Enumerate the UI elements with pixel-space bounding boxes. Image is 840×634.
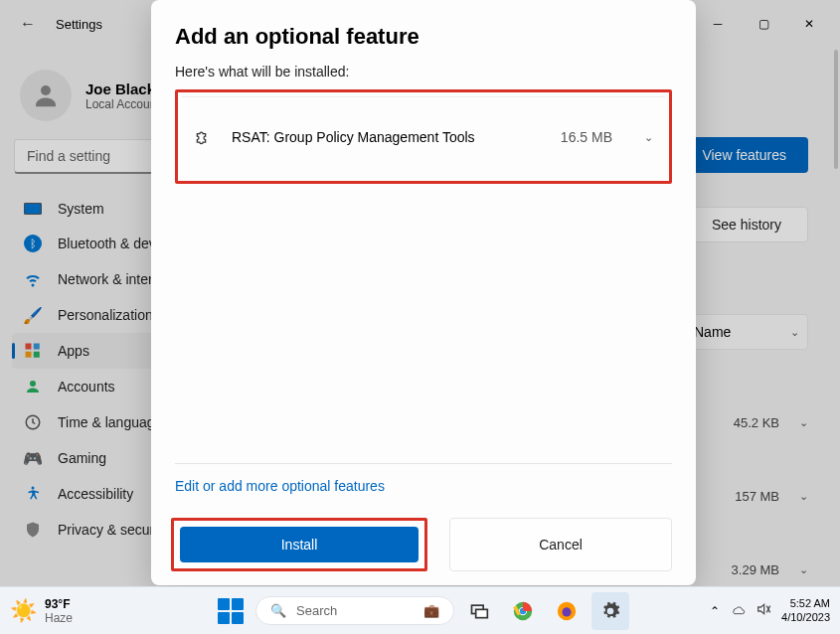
- modal-title: Add an optional feature: [175, 24, 672, 50]
- clock-tray[interactable]: 5:52 AM 4/10/2023: [781, 597, 830, 625]
- annotation-highlight: Install: [171, 518, 427, 571]
- task-view-button[interactable]: [460, 592, 498, 630]
- briefcase-icon: 💼: [423, 603, 439, 618]
- svg-point-14: [562, 607, 571, 616]
- taskbar: ☀️ 93°F Haze 🔍 Search 💼 ⌃: [0, 586, 840, 634]
- divider: [175, 463, 672, 464]
- search-icon: 🔍: [270, 603, 286, 618]
- weather-cond: Haze: [45, 611, 73, 625]
- tray-chevron-icon[interactable]: ⌃: [710, 604, 720, 618]
- svg-rect-9: [476, 609, 488, 617]
- install-button[interactable]: Install: [180, 527, 419, 562]
- chevron-down-icon[interactable]: ⌄: [644, 131, 653, 144]
- weather-widget[interactable]: ☀️ 93°F Haze: [10, 597, 73, 625]
- feature-name: RSAT: Group Policy Management Tools: [232, 129, 543, 145]
- tray-date: 4/10/2023: [781, 611, 830, 625]
- firefox-icon[interactable]: [548, 592, 586, 630]
- modal-subtitle: Here's what will be installed:: [175, 64, 672, 79]
- chrome-icon[interactable]: [504, 592, 542, 630]
- weather-icon: ☀️: [10, 598, 37, 624]
- feature-item[interactable]: RSAT: Group Policy Management Tools 16.5…: [182, 96, 665, 177]
- onedrive-icon[interactable]: [730, 601, 746, 620]
- search-placeholder: Search: [296, 603, 337, 618]
- tray-time: 5:52 AM: [781, 597, 830, 611]
- weather-temp: 93°F: [45, 597, 73, 611]
- start-button[interactable]: [212, 592, 250, 630]
- cancel-button[interactable]: Cancel: [449, 518, 672, 571]
- edit-features-link[interactable]: Edit or add more optional features: [157, 478, 690, 518]
- annotation-highlight: RSAT: Group Policy Management Tools 16.5…: [175, 89, 672, 184]
- feature-size: 16.5 MB: [561, 129, 612, 145]
- volume-icon[interactable]: [756, 601, 771, 620]
- settings-icon[interactable]: [591, 592, 629, 630]
- puzzle-icon: [194, 127, 214, 147]
- add-feature-modal: Add an optional feature Here's what will…: [151, 0, 696, 585]
- taskbar-search[interactable]: 🔍 Search 💼: [255, 596, 454, 625]
